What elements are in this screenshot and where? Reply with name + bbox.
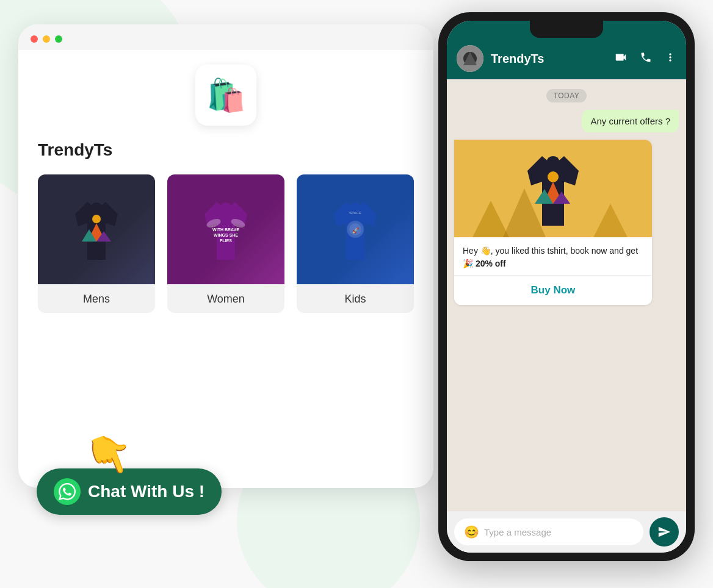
header-icons [614, 51, 676, 67]
product-label-kids: Kids [297, 284, 414, 313]
product-card-kids[interactable]: 🚀 SPACE Kids [297, 174, 414, 313]
phone-notch [530, 21, 603, 38]
send-icon [657, 525, 671, 539]
shopify-logo-section: 🛍️ [18, 50, 433, 135]
phone-screen: TrendyTs [447, 21, 686, 553]
product-image-women: WITH BRAVE WINGS SHE FLIES [167, 174, 284, 284]
tshirt-svg-women: WITH BRAVE WINGS SHE FLIES [195, 196, 256, 263]
product-image-mens [38, 174, 155, 284]
phone-call-icon[interactable] [640, 51, 652, 66]
svg-text:WINGS SHE: WINGS SHE [214, 233, 238, 237]
bot-message-text: Hey 👋, you liked this tshirt, book now a… [454, 237, 652, 275]
chat-with-us-button[interactable]: Chat With Us ! [37, 468, 222, 515]
tshirt-svg-mens [66, 196, 127, 263]
svg-point-26 [548, 171, 559, 182]
contact-name: TrendyTs [491, 52, 607, 66]
chat-input-bar: 😊 Type a message [447, 511, 686, 553]
message-tshirt-svg [516, 149, 590, 228]
svg-text:🚀: 🚀 [352, 227, 360, 234]
product-label-women: Women [167, 284, 284, 313]
svg-text:SPACE: SPACE [349, 211, 361, 215]
shopify-icon: 🛍️ [206, 77, 246, 114]
buy-now-button[interactable]: Buy Now [454, 275, 652, 305]
phone-mockup: TrendyTs [438, 12, 695, 573]
bot-response-bubble: Hey 👋, you liked this tshirt, book now a… [454, 140, 652, 305]
store-name: TrendyTs [18, 135, 433, 174]
svg-text:WITH BRAVE: WITH BRAVE [212, 228, 239, 232]
date-badge: TODAY [546, 89, 587, 102]
contact-avatar [457, 45, 483, 72]
user-message-bubble: Any current offers ? [582, 110, 679, 132]
browser-dots-bar [18, 24, 433, 50]
svg-point-14 [350, 203, 360, 210]
mountain-3 [593, 204, 628, 237]
whatsapp-icon [54, 478, 81, 505]
chat-button-wrap: Chat With Us ! 👇 [37, 468, 222, 515]
send-button[interactable] [650, 517, 679, 547]
svg-point-22 [547, 156, 559, 166]
dot-maximize [55, 35, 62, 43]
message-placeholder: Type a message [484, 527, 634, 537]
browser-card: 🛍️ TrendyTs Mens [18, 24, 433, 488]
dot-minimize [43, 35, 50, 43]
product-preview-image [454, 140, 652, 237]
menu-icon[interactable] [664, 51, 676, 66]
product-card-women[interactable]: WITH BRAVE WINGS SHE FLIES Women [167, 174, 284, 313]
video-call-icon[interactable] [614, 51, 628, 67]
discount-text: 20% off [476, 259, 506, 268]
svg-point-1 [92, 203, 101, 210]
chat-button-label: Chat With Us ! [88, 482, 204, 501]
phone-outer: TrendyTs [438, 12, 695, 561]
message-tshirt-display [516, 149, 590, 228]
product-grid: Mens WITH BRAVE WINGS SHE FLIES [18, 174, 433, 313]
chat-body: TODAY Any current offers ? [447, 79, 686, 511]
product-image-kids: 🚀 SPACE [297, 174, 414, 284]
svg-text:FLIES: FLIES [220, 238, 232, 243]
dot-close [31, 35, 38, 43]
product-label-mens: Mens [38, 284, 155, 313]
svg-point-5 [92, 215, 101, 223]
svg-point-7 [221, 203, 231, 210]
whatsapp-svg [59, 483, 76, 500]
shopify-logo-box: 🛍️ [195, 65, 256, 126]
message-input-field[interactable]: 😊 Type a message [454, 518, 643, 545]
tshirt-svg-kids: 🚀 SPACE [325, 196, 386, 263]
product-card-mens[interactable]: Mens [38, 174, 155, 313]
emoji-icon[interactable]: 😊 [464, 525, 479, 539]
